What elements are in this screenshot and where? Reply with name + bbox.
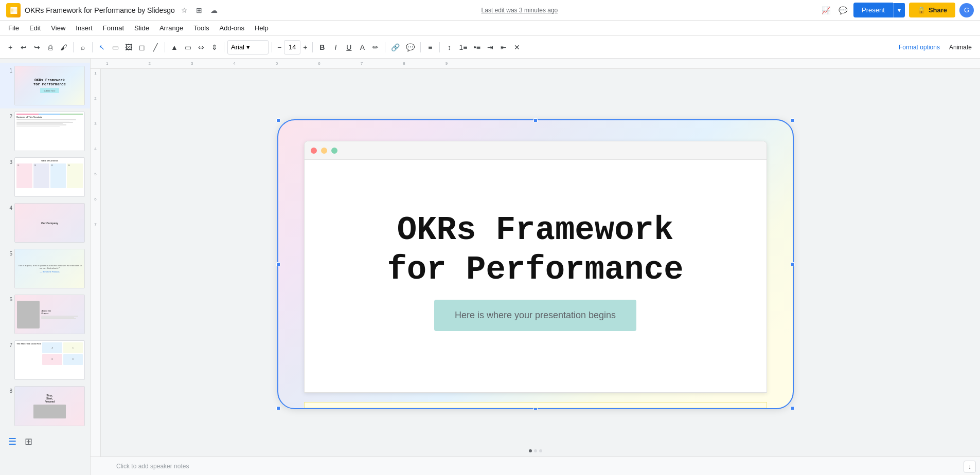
link-button[interactable]: 🔗 [388, 40, 402, 54]
font-name-label: Arial [231, 43, 244, 51]
slide-thumbnail-2[interactable]: 2 Contents of This Template [0, 108, 90, 154]
handle-top-right[interactable] [791, 118, 795, 122]
distribute-button[interactable]: ⇕ [208, 40, 221, 54]
cloud-button[interactable]: ☁ [208, 5, 220, 15]
last-edit-text[interactable]: Last edit was 3 minutes ago [482, 7, 558, 14]
indent-more-button[interactable]: ⇥ [484, 40, 496, 54]
slide-number-2: 2 [5, 112, 12, 119]
font-dropdown-icon: ▾ [246, 43, 250, 51]
menu-slide[interactable]: Slide [130, 22, 153, 34]
slide-thumbnail-7[interactable]: 7 The Slide Title Goes Here A B C D [0, 337, 90, 383]
shapes-button[interactable]: ◻ [136, 40, 148, 54]
highlight-button[interactable]: ✏ [369, 40, 382, 54]
bold-button[interactable]: B [316, 40, 328, 54]
browser-dot-green [331, 148, 337, 154]
menu-view[interactable]: View [47, 22, 69, 34]
slide-number-6: 6 [5, 295, 12, 302]
print-button[interactable]: ⎙ [44, 40, 57, 54]
paintformat-button[interactable]: 🖌 [58, 40, 70, 54]
font-size-input[interactable] [284, 40, 300, 54]
fill-color-button[interactable]: ▲ [168, 40, 181, 54]
lines-button[interactable]: ╱ [149, 40, 162, 54]
indent-less-button[interactable]: ⇤ [497, 40, 510, 54]
increase-font-size[interactable]: + [301, 40, 309, 54]
handle-bottom-left[interactable] [276, 406, 280, 410]
slide-title[interactable]: OKRs Framework for Performance [387, 211, 683, 290]
slide-thumbnail-8[interactable]: 8 Stop,Start,Proceed [0, 383, 90, 429]
menu-bar: File Edit View Insert Format Slide Arran… [0, 21, 980, 36]
share-button[interactable]: 🔒 Share [909, 3, 955, 17]
animate-button[interactable]: Animate [945, 42, 976, 53]
separator-8 [420, 42, 421, 52]
handle-top-center[interactable] [533, 118, 538, 122]
redo-button[interactable]: ↪ [31, 40, 43, 54]
unordered-list-button[interactable]: •≡ [471, 40, 483, 54]
slide-thumbnail-4[interactable]: 4 Our Company [0, 200, 90, 246]
slide-thumb-7: The Slide Title Goes Here A B C D [14, 340, 85, 380]
menu-format[interactable]: Format [99, 22, 128, 34]
present-button[interactable]: Present [853, 3, 893, 17]
undo-button[interactable]: ↩ [17, 40, 30, 54]
cursor-button[interactable]: ↖ [96, 40, 108, 54]
comment-button[interactable]: 💬 [403, 40, 417, 54]
ordered-list-button[interactable]: 1≡ [456, 40, 470, 54]
slide-number-4: 4 [5, 203, 12, 211]
list-view-button[interactable]: ☰ [6, 434, 19, 449]
activity-icon[interactable]: 📈 [819, 5, 832, 15]
comments-icon[interactable]: 💬 [836, 5, 849, 15]
slide-main[interactable]: OKRs Framework for Performance Here is w… [278, 120, 793, 408]
slide-thumbnail-1[interactable]: 1 OKRs Frameworkfor Performance subtitle… [0, 63, 90, 108]
ruler-left: 1 2 3 4 5 6 7 [91, 69, 101, 475]
font-selector[interactable]: Arial ▾ [227, 40, 269, 54]
app-icon: ▦ [6, 3, 21, 17]
handle-middle-right[interactable] [791, 262, 795, 266]
slide-thumbnail-3[interactable]: 3 Table of Contents 01 02 03 04 [0, 154, 90, 200]
subtitle-box[interactable]: Here is where your presentation begins [434, 300, 636, 331]
scroll-to-bottom-button[interactable]: ↓ [964, 461, 976, 473]
font-size-controls: − + [275, 40, 309, 54]
slide-thumb-5: "This is a quote, a list of quotes is a … [14, 249, 85, 288]
avatar[interactable]: G [959, 3, 974, 17]
handle-bottom-right[interactable] [791, 406, 795, 410]
browser-dot-yellow [321, 148, 327, 154]
menu-help[interactable]: Help [251, 22, 273, 34]
menu-addons[interactable]: Add-ons [216, 22, 248, 34]
document-title: OKRs Framework for Performance by Slides… [25, 6, 175, 14]
slide-thumbnail-5[interactable]: 5 "This is a quote, a list of quotes is … [0, 246, 90, 291]
top-right-buttons: 📈 💬 Present ▾ 🔒 Share G [819, 3, 974, 17]
text-color-button[interactable]: A [356, 40, 368, 54]
ruler-top: 1 2 3 4 5 6 7 8 9 [91, 59, 980, 69]
menu-tools[interactable]: Tools [189, 22, 213, 34]
subtitle-text: Here is where your presentation begins [455, 310, 616, 320]
handle-top-left[interactable] [276, 118, 280, 122]
add-button[interactable]: + [4, 40, 16, 54]
menu-arrange[interactable]: Arrange [155, 22, 187, 34]
menu-edit[interactable]: Edit [25, 22, 45, 34]
star-button[interactable]: ☆ [179, 5, 190, 15]
decrease-font-size[interactable]: − [275, 40, 283, 54]
menu-file[interactable]: File [4, 22, 23, 34]
slide-number-7: 7 [5, 340, 12, 348]
menu-insert[interactable]: Insert [72, 22, 97, 34]
handle-middle-left[interactable] [276, 262, 280, 266]
separator-4 [224, 42, 224, 52]
slide-thumbnail-6[interactable]: 6 About theProject [0, 291, 90, 337]
grid-button[interactable]: ⊞ [194, 5, 204, 15]
separator-6 [312, 42, 313, 52]
underline-button[interactable]: U [343, 40, 355, 54]
align-button[interactable]: ⇔ [195, 40, 207, 54]
zoom-button[interactable]: ⌕ [77, 40, 89, 54]
slide-thumb-3: Table of Contents 01 02 03 04 [14, 157, 85, 197]
speaker-notes[interactable]: Click to add speaker notes [91, 456, 980, 475]
italic-button[interactable]: I [329, 40, 342, 54]
text-align-button[interactable]: ≡ [424, 40, 436, 54]
format-options-button[interactable]: Format options [895, 42, 944, 53]
grid-view-button[interactable]: ⊞ [23, 434, 34, 449]
image-button[interactable]: 🖼 [122, 40, 135, 54]
border-color-button[interactable]: ▭ [182, 40, 194, 54]
line-spacing-button[interactable]: ↕ [443, 40, 455, 54]
text-box-button[interactable]: ▭ [109, 40, 121, 54]
clear-format-button[interactable]: ✕ [511, 40, 523, 54]
present-btn-group: Present ▾ [853, 3, 905, 17]
present-dropdown-button[interactable]: ▾ [893, 3, 905, 17]
